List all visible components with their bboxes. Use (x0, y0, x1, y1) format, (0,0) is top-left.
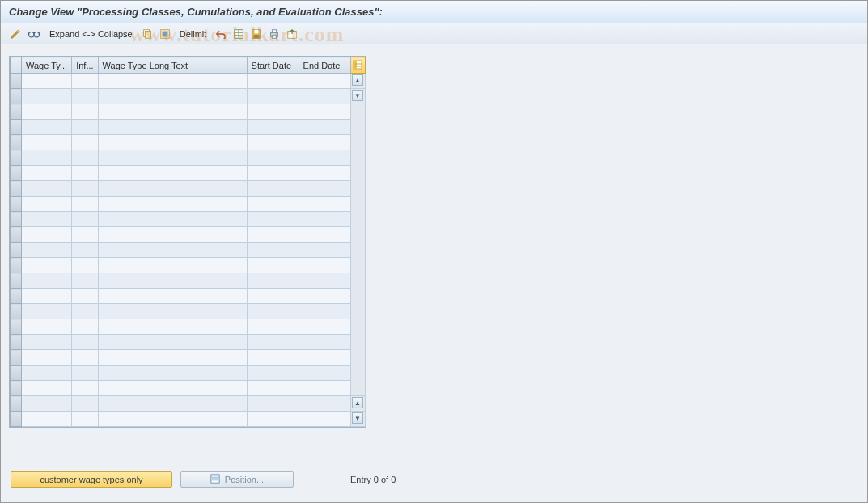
cell-start-date[interactable] (247, 89, 299, 104)
row-selector[interactable] (11, 104, 22, 120)
row-selector[interactable] (11, 135, 22, 150)
cell-end-date[interactable] (299, 273, 350, 289)
cell-wage-type-long[interactable] (98, 227, 247, 243)
row-selector[interactable] (11, 166, 22, 181)
cell-end-date[interactable] (299, 150, 350, 166)
cell-wage-type[interactable] (22, 335, 72, 350)
cell-start-date[interactable] (247, 366, 299, 381)
row-selector[interactable] (11, 381, 22, 396)
cell-end-date[interactable] (299, 335, 350, 350)
cell-wage-type-long[interactable] (98, 120, 247, 135)
cell-start-date[interactable] (247, 304, 299, 319)
cell-end-date[interactable] (299, 258, 350, 273)
row-selector[interactable] (11, 89, 22, 104)
row-selector[interactable] (11, 304, 22, 319)
col-wage-type[interactable]: Wage Ty... (22, 57, 72, 74)
cell-start-date[interactable] (247, 381, 299, 396)
scroll-thumb[interactable]: ▼ (352, 90, 363, 101)
cell-wage-type[interactable] (22, 304, 72, 319)
cell-info[interactable] (72, 212, 98, 227)
cell-info[interactable] (72, 319, 98, 335)
cell-start-date[interactable] (247, 396, 299, 412)
cell-start-date[interactable] (247, 289, 299, 304)
cell-wage-type[interactable] (22, 212, 72, 227)
configure-columns-icon[interactable] (350, 57, 365, 74)
cell-wage-type[interactable] (22, 104, 72, 120)
cell-wage-type-long[interactable] (98, 150, 247, 166)
cell-wage-type[interactable] (22, 381, 72, 396)
row-selector[interactable] (11, 396, 22, 412)
row-selector[interactable] (11, 258, 22, 273)
cell-end-date[interactable] (299, 381, 350, 396)
cell-info[interactable] (72, 74, 98, 89)
cell-wage-type-long[interactable] (98, 212, 247, 227)
cell-start-date[interactable] (247, 243, 299, 258)
cell-wage-type-long[interactable] (98, 273, 247, 289)
cell-wage-type[interactable] (22, 396, 72, 412)
cell-info[interactable] (72, 289, 98, 304)
cell-start-date[interactable] (247, 350, 299, 366)
toggle-edit-icon[interactable] (7, 27, 23, 41)
cell-end-date[interactable] (299, 243, 350, 258)
select-all-header[interactable] (11, 57, 22, 74)
cell-end-date[interactable] (299, 227, 350, 243)
col-info[interactable]: Inf... (72, 57, 98, 74)
cell-start-date[interactable] (247, 166, 299, 181)
delimit-button[interactable]: Delimit (175, 27, 212, 41)
cell-wage-type[interactable] (22, 120, 72, 135)
cell-wage-type[interactable] (22, 181, 72, 197)
select-all-icon[interactable] (157, 27, 173, 41)
cell-start-date[interactable] (247, 319, 299, 335)
row-selector[interactable] (11, 350, 22, 366)
table-settings-icon[interactable] (231, 27, 247, 41)
cell-wage-type-long[interactable] (98, 181, 247, 197)
cell-wage-type[interactable] (22, 243, 72, 258)
row-selector[interactable] (11, 150, 22, 166)
cell-wage-type-long[interactable] (98, 166, 247, 181)
cell-wage-type[interactable] (22, 150, 72, 166)
position-button[interactable]: Position... (180, 471, 294, 488)
cell-wage-type[interactable] (22, 227, 72, 243)
cell-info[interactable] (72, 258, 98, 273)
cell-wage-type[interactable] (22, 366, 72, 381)
cell-info[interactable] (72, 150, 98, 166)
cell-end-date[interactable] (299, 289, 350, 304)
cell-start-date[interactable] (247, 150, 299, 166)
cell-end-date[interactable] (299, 135, 350, 150)
cell-info[interactable] (72, 243, 98, 258)
cell-info[interactable] (72, 350, 98, 366)
cell-end-date[interactable] (299, 212, 350, 227)
cell-start-date[interactable] (247, 412, 299, 427)
cell-wage-type[interactable] (22, 197, 72, 212)
col-end-date[interactable]: End Date (299, 57, 350, 74)
cell-wage-type[interactable] (22, 412, 72, 427)
cell-wage-type-long[interactable] (98, 412, 247, 427)
cell-end-date[interactable] (299, 104, 350, 120)
scroll-up2-button[interactable]: ▲ (352, 397, 363, 408)
cell-wage-type[interactable] (22, 319, 72, 335)
save-icon[interactable] (248, 27, 265, 41)
row-selector[interactable] (11, 335, 22, 350)
cell-wage-type-long[interactable] (98, 104, 247, 120)
cell-info[interactable] (72, 396, 98, 412)
row-selector[interactable] (11, 243, 22, 258)
customer-wage-types-button[interactable]: customer wage types only (11, 471, 172, 488)
cell-info[interactable] (72, 366, 98, 381)
cell-wage-type-long[interactable] (98, 335, 247, 350)
cell-wage-type[interactable] (22, 258, 72, 273)
cell-info[interactable] (72, 273, 98, 289)
cell-wage-type-long[interactable] (98, 396, 247, 412)
cell-end-date[interactable] (299, 197, 350, 212)
cell-info[interactable] (72, 412, 98, 427)
cell-info[interactable] (72, 120, 98, 135)
cell-end-date[interactable] (299, 396, 350, 412)
cell-end-date[interactable] (299, 166, 350, 181)
row-selector[interactable] (11, 212, 22, 227)
cell-info[interactable] (72, 135, 98, 150)
cell-start-date[interactable] (247, 120, 299, 135)
row-selector[interactable] (11, 74, 22, 89)
cell-info[interactable] (72, 181, 98, 197)
copy-icon[interactable] (139, 27, 155, 41)
row-selector[interactable] (11, 227, 22, 243)
cell-info[interactable] (72, 304, 98, 319)
